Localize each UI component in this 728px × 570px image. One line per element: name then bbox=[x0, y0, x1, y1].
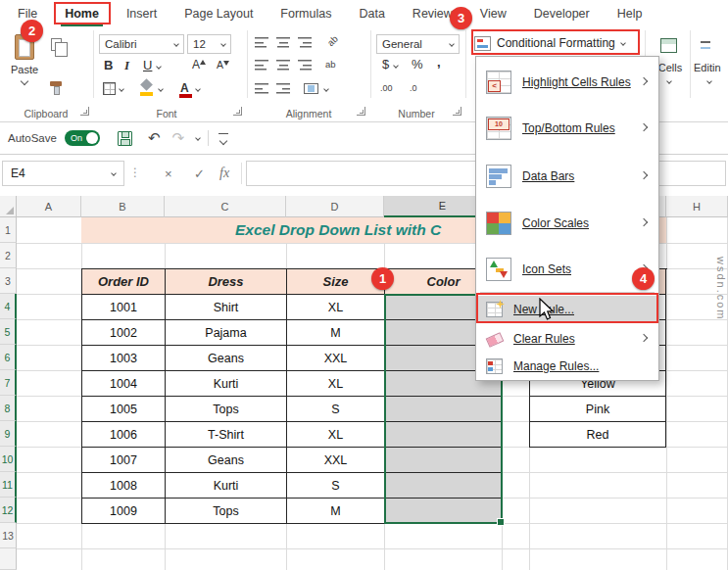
font-size-combo[interactable]: 12 bbox=[187, 34, 231, 54]
tab-page-layout[interactable]: Page Layout bbox=[170, 0, 267, 26]
tab-view[interactable]: View bbox=[466, 0, 520, 26]
fill-color-button[interactable] bbox=[139, 80, 155, 96]
column-header-h[interactable]: H bbox=[666, 196, 728, 217]
row-header-5[interactable]: 5 bbox=[0, 319, 17, 345]
cell-E12[interactable] bbox=[385, 499, 503, 524]
percent-format-button[interactable]: % bbox=[412, 57, 423, 71]
editing-group-button[interactable]: Editin bbox=[694, 62, 728, 73]
align-top-button[interactable] bbox=[255, 36, 268, 48]
tab-help[interactable]: Help bbox=[604, 0, 656, 26]
row-header-7[interactable]: 7 bbox=[0, 370, 17, 396]
redo-icon[interactable]: ↷ bbox=[171, 129, 184, 147]
cell-B9[interactable]: 1006 bbox=[82, 422, 166, 448]
cell-B10[interactable]: 1007 bbox=[82, 448, 166, 473]
cell-C5[interactable]: Pajama bbox=[166, 320, 287, 346]
menu-item-highlight-cells-rules[interactable]: Highlight Cells Rules bbox=[477, 59, 657, 105]
chevron-down-icon[interactable] bbox=[119, 86, 124, 92]
cell-D12[interactable]: M bbox=[287, 499, 385, 524]
increase-decimal-button[interactable]: .00 bbox=[380, 83, 393, 93]
chevron-down-icon[interactable] bbox=[195, 135, 201, 141]
select-all-corner[interactable] bbox=[0, 196, 17, 217]
cell-D7[interactable]: XL bbox=[287, 371, 385, 397]
number-format-combo[interactable]: General bbox=[376, 34, 460, 54]
cell-D5[interactable]: M bbox=[287, 320, 385, 346]
italic-button[interactable]: I bbox=[124, 58, 129, 73]
cell-B6[interactable]: 1003 bbox=[82, 346, 166, 371]
column-header-d[interactable]: D bbox=[286, 196, 384, 217]
chevron-down-icon[interactable] bbox=[393, 63, 399, 69]
menu-item-new-rule[interactable]: New Rule... bbox=[477, 296, 657, 323]
menu-item-color-scales[interactable]: Color Scales bbox=[477, 200, 657, 247]
cell-B5[interactable]: 1002 bbox=[82, 320, 166, 346]
align-bottom-button[interactable] bbox=[298, 36, 312, 48]
cell-D11[interactable]: S bbox=[287, 473, 385, 499]
cell-G8[interactable]: Pink bbox=[530, 397, 666, 422]
increase-font-size-button[interactable]: A bbox=[192, 58, 200, 71]
row-header-10[interactable]: 10 bbox=[0, 447, 17, 472]
cell-C9[interactable]: T-Shirt bbox=[166, 422, 287, 448]
cell-D8[interactable]: S bbox=[287, 397, 385, 422]
save-icon[interactable] bbox=[118, 131, 132, 146]
cell-E9[interactable] bbox=[385, 422, 503, 448]
number-dialog-launcher-icon[interactable] bbox=[453, 107, 461, 116]
row-header-9[interactable]: 9 bbox=[0, 421, 17, 447]
decrease-font-size-button[interactable]: A bbox=[217, 59, 223, 71]
increase-indent-button[interactable] bbox=[276, 82, 290, 94]
tab-data[interactable]: Data bbox=[345, 0, 398, 26]
underline-button[interactable]: U bbox=[143, 58, 152, 72]
row-header-2[interactable]: 2 bbox=[0, 243, 17, 268]
drag-handle-icon[interactable]: ⋮ bbox=[129, 166, 141, 179]
tab-insert[interactable]: Insert bbox=[113, 0, 170, 26]
cell-B7[interactable]: 1004 bbox=[82, 371, 166, 397]
row-header-13[interactable]: 13 bbox=[0, 523, 17, 548]
tab-home[interactable]: Home bbox=[51, 0, 113, 26]
chevron-down-icon[interactable] bbox=[195, 86, 201, 92]
currency-format-button[interactable]: $ bbox=[382, 57, 389, 71]
insert-function-icon[interactable]: fx bbox=[219, 161, 229, 186]
row-header-8[interactable]: 8 bbox=[0, 396, 17, 421]
bold-button[interactable]: B bbox=[104, 58, 113, 72]
cell-E10[interactable] bbox=[385, 448, 503, 473]
cell-D10[interactable]: XXL bbox=[287, 448, 385, 473]
menu-item-top-bottom-rules[interactable]: Top/Bottom Rules bbox=[477, 105, 657, 152]
menu-item-data-bars[interactable]: Data Bars bbox=[477, 152, 657, 200]
cell-C10[interactable]: Geans bbox=[166, 448, 287, 473]
menu-item-icon-sets[interactable]: Icon Sets bbox=[477, 247, 657, 292]
chevron-down-icon[interactable] bbox=[156, 64, 162, 70]
orientation-button[interactable]: ab bbox=[325, 33, 340, 48]
format-painter-icon[interactable] bbox=[50, 81, 62, 86]
merge-center-button[interactable] bbox=[304, 83, 318, 94]
alignment-dialog-launcher-icon[interactable] bbox=[357, 107, 365, 116]
wrap-text-button[interactable]: ab bbox=[325, 59, 336, 70]
cell-C7[interactable]: Kurti bbox=[166, 371, 287, 397]
comma-format-button[interactable]: , bbox=[437, 55, 441, 70]
undo-icon[interactable]: ↶ bbox=[148, 129, 161, 147]
chevron-down-icon[interactable] bbox=[158, 86, 164, 92]
name-box[interactable]: E4 bbox=[2, 161, 124, 186]
enter-icon[interactable]: ✓ bbox=[194, 161, 205, 186]
customize-toolbar-icon[interactable] bbox=[218, 133, 228, 144]
cell-B8[interactable]: 1005 bbox=[82, 397, 166, 422]
cell-C8[interactable]: Tops bbox=[166, 397, 287, 422]
cancel-icon[interactable]: × bbox=[165, 161, 172, 186]
column-header-b[interactable]: B bbox=[81, 196, 165, 217]
column-header-c[interactable]: C bbox=[165, 196, 286, 217]
row-header-3[interactable]: 3 bbox=[0, 268, 17, 294]
cell-B11[interactable]: 1008 bbox=[82, 473, 166, 499]
cell-C4[interactable]: Shirt bbox=[166, 295, 287, 320]
row-header-4[interactable]: 4 bbox=[0, 294, 17, 319]
row-header-6[interactable]: 6 bbox=[0, 345, 17, 370]
autosave-toggle[interactable]: On bbox=[65, 130, 100, 146]
align-middle-button[interactable] bbox=[276, 36, 290, 48]
tab-formulas[interactable]: Formulas bbox=[267, 0, 345, 26]
cell-B4[interactable]: 1001 bbox=[82, 295, 166, 320]
copy-icon[interactable] bbox=[51, 38, 62, 51]
column-header-a[interactable]: A bbox=[17, 196, 81, 217]
chevron-down-icon[interactable] bbox=[323, 86, 329, 92]
row-header-11[interactable]: 11 bbox=[0, 472, 17, 498]
decrease-indent-button[interactable] bbox=[255, 82, 268, 94]
menu-item-manage-rules[interactable]: Manage Rules... bbox=[477, 353, 657, 380]
align-left-button[interactable] bbox=[255, 59, 268, 71]
cell-G9[interactable]: Red bbox=[530, 422, 666, 448]
align-center-button[interactable] bbox=[276, 59, 290, 71]
